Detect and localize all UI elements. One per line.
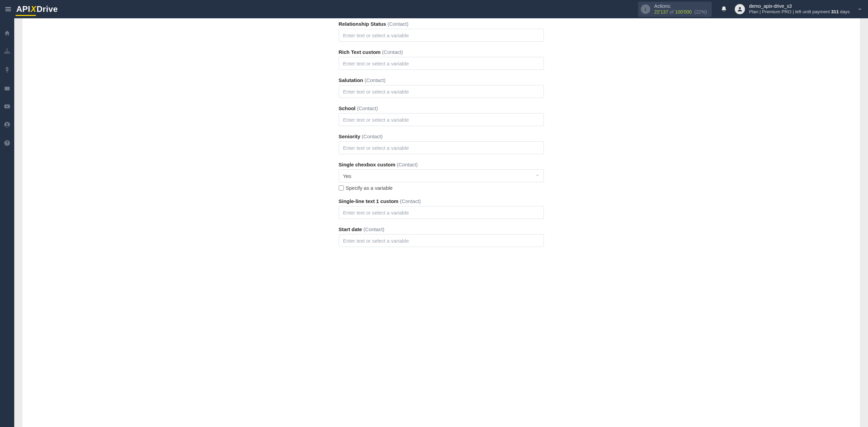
field-label-hint: (Contact) [397, 162, 418, 167]
briefcase-icon [4, 85, 11, 92]
single-line-text-1-input[interactable] [339, 206, 544, 219]
form-panel: Relationship Status (Contact)Rich Text c… [22, 18, 860, 427]
nav-help[interactable] [0, 138, 14, 148]
svg-rect-4 [5, 53, 6, 54]
svg-rect-6 [8, 53, 9, 54]
field-relationship-status: Relationship Status (Contact) [339, 21, 544, 42]
actions-label: Actions: [654, 3, 707, 9]
youtube-icon [4, 103, 11, 110]
app-header: APIXDrive Actions: 22'137 of 100'000 (22… [0, 0, 868, 18]
notifications-button[interactable] [718, 3, 730, 15]
actions-used: 22'137 [654, 9, 669, 15]
svg-point-2 [739, 7, 741, 9]
svg-rect-7 [5, 87, 10, 90]
nav-integrations[interactable] [0, 46, 14, 57]
form-column: Relationship Status (Contact)Rich Text c… [339, 21, 544, 247]
actions-percent: (22%) [694, 9, 707, 15]
username: demo_apix-drive_s3 [749, 3, 850, 9]
field-label: School (Contact) [339, 105, 544, 111]
logo-underline [16, 15, 36, 16]
field-label-text: Start date [339, 226, 362, 232]
logo-text-x: X [31, 4, 37, 14]
start-date-input[interactable] [339, 234, 544, 247]
salutation-input[interactable] [339, 85, 544, 98]
bell-icon [721, 6, 727, 13]
field-label-text: Single-line text 1 custom [339, 198, 399, 204]
field-label-text: Seniority [339, 134, 360, 139]
svg-rect-5 [6, 53, 7, 54]
nav-home[interactable] [0, 28, 14, 39]
home-icon [4, 30, 11, 37]
nav-toolbox[interactable] [0, 83, 14, 94]
field-start-date: Start date (Contact) [339, 226, 544, 247]
side-nav [0, 18, 14, 427]
user-circle-icon [4, 121, 11, 128]
brand-logo: APIXDrive [16, 4, 58, 14]
field-label-hint: (Contact) [362, 134, 383, 139]
field-label-text: Single chexbox custom [339, 162, 396, 167]
plan-line: Plan | Premium PRO | left until payment … [749, 9, 850, 15]
field-label-hint: (Contact) [363, 226, 384, 232]
field-label: Rich Text custom (Contact) [339, 49, 544, 55]
sitemap-icon [4, 48, 11, 55]
field-seniority: Seniority (Contact) [339, 134, 544, 154]
field-label-hint: (Contact) [364, 77, 386, 83]
field-label-text: Rich Text custom [339, 49, 381, 55]
nav-videos[interactable] [0, 101, 14, 112]
single-checkbox-select[interactable]: Yes [339, 169, 544, 182]
field-school: School (Contact) [339, 105, 544, 126]
dollar-icon [4, 66, 11, 73]
field-label-hint: (Contact) [382, 49, 403, 55]
hamburger-icon [5, 6, 12, 13]
user-icon [737, 6, 743, 12]
svg-rect-3 [6, 49, 7, 50]
svg-point-13 [7, 144, 7, 145]
svg-point-0 [645, 8, 646, 8]
select-wrap: Yes [339, 169, 544, 182]
field-label-text: School [339, 105, 356, 111]
menu-toggle-button[interactable] [3, 4, 14, 15]
field-label: Single chexbox custom (Contact) [339, 162, 544, 167]
nav-account[interactable] [0, 119, 14, 130]
specify-as-variable-checkbox[interactable] [339, 185, 344, 190]
user-menu-button[interactable]: demo_apix-drive_s3 Plan | Premium PRO | … [735, 3, 864, 15]
school-input[interactable] [339, 113, 544, 126]
actions-of: of [670, 9, 674, 15]
actions-usage-badge[interactable]: Actions: 22'137 of 100'000 (22%) [638, 2, 712, 17]
field-label-hint: (Contact) [400, 198, 421, 204]
chevron-down-icon [856, 5, 864, 13]
user-text: demo_apix-drive_s3 Plan | Premium PRO | … [749, 3, 850, 15]
svg-rect-1 [645, 9, 646, 11]
field-label: Single-line text 1 custom (Contact) [339, 198, 544, 204]
field-label-text: Relationship Status [339, 21, 386, 27]
field-label: Seniority (Contact) [339, 134, 544, 139]
field-label: Salutation (Contact) [339, 77, 544, 83]
logo-text-api: API [16, 4, 31, 14]
field-label-hint: (Contact) [388, 21, 409, 27]
field-single-checkbox: Single chexbox custom (Contact)YesSpecif… [339, 162, 544, 191]
specify-as-variable-row[interactable]: Specify as a variable [339, 185, 544, 191]
field-rich-text-custom: Rich Text custom (Contact) [339, 49, 544, 70]
logo-text-drive: Drive [37, 4, 58, 14]
seniority-input[interactable] [339, 141, 544, 154]
rich-text-custom-input[interactable] [339, 57, 544, 70]
field-label: Relationship Status (Contact) [339, 21, 544, 27]
field-label-text: Salutation [339, 77, 363, 83]
svg-point-11 [6, 123, 8, 125]
info-icon [641, 4, 650, 14]
relationship-status-input[interactable] [339, 29, 544, 42]
avatar [735, 4, 745, 14]
actions-total: 100'000 [675, 9, 692, 15]
field-label-hint: (Contact) [357, 105, 378, 111]
field-label: Start date (Contact) [339, 226, 544, 232]
nav-billing[interactable] [0, 64, 14, 75]
actions-usage-text: Actions: 22'137 of 100'000 (22%) [654, 3, 707, 15]
page-scroll-area[interactable]: Relationship Status (Contact)Rich Text c… [14, 18, 868, 427]
help-icon [4, 140, 11, 146]
field-single-line-text-1: Single-line text 1 custom (Contact) [339, 198, 544, 219]
field-salutation: Salutation (Contact) [339, 77, 544, 98]
specify-as-variable-label: Specify as a variable [346, 185, 393, 191]
